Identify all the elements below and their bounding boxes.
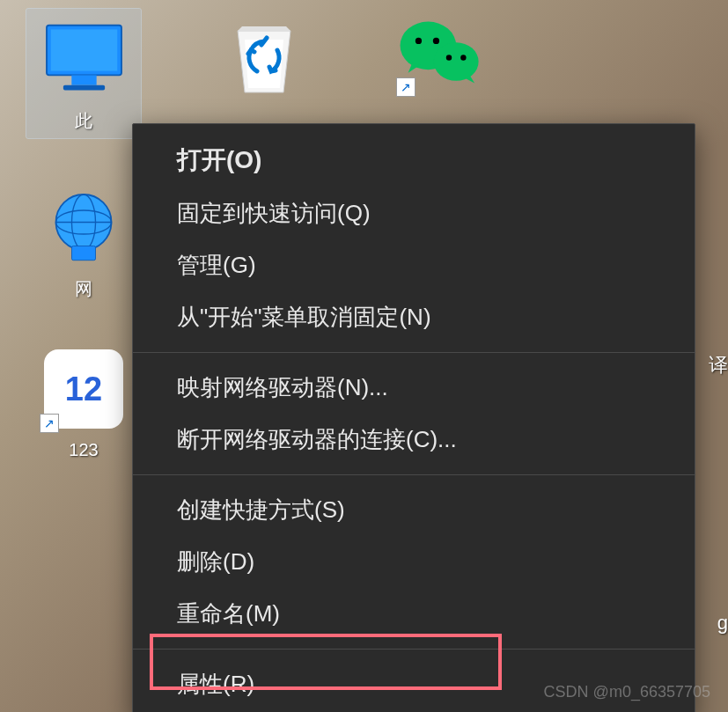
menu-rename[interactable]: 重命名(M) <box>133 588 695 640</box>
menu-separator <box>133 352 695 353</box>
svg-point-11 <box>433 37 439 43</box>
app-123-label: 123 <box>69 440 98 460</box>
wechat-icon[interactable]: ↗ <box>396 9 484 97</box>
network-label: 网 <box>75 277 92 301</box>
monitor-icon <box>40 14 128 102</box>
wechat-graphic: ↗ <box>396 9 484 97</box>
menu-manage[interactable]: 管理(G) <box>133 239 695 291</box>
menu-unpin-start[interactable]: 从"开始"菜单取消固定(N) <box>133 291 695 343</box>
menu-create-shortcut[interactable]: 创建快捷方式(S) <box>133 484 695 536</box>
recycle-bin-icon[interactable] <box>220 9 308 97</box>
menu-map-network-drive[interactable]: 映射网络驱动器(N)... <box>133 362 695 414</box>
this-pc-icon[interactable]: 此 <box>26 9 141 138</box>
svg-rect-8 <box>72 246 96 261</box>
shortcut-arrow-icon: ↗ <box>396 77 415 97</box>
menu-delete[interactable]: 删除(D) <box>133 536 695 588</box>
recycle-bin-graphic <box>220 9 308 97</box>
shortcut-arrow-icon: ↗ <box>40 414 59 433</box>
globe-icon <box>40 182 128 270</box>
context-menu: 打开(O) 固定到快速访问(Q) 管理(G) 从"开始"菜单取消固定(N) 映射… <box>132 123 695 712</box>
menu-pin-quick-access[interactable]: 固定到快速访问(Q) <box>133 187 695 239</box>
menu-separator <box>133 474 695 475</box>
menu-separator <box>133 649 695 650</box>
app-123-box: 12 ↗ <box>40 345 128 433</box>
svg-rect-3 <box>63 84 104 90</box>
menu-disconnect-network-drive[interactable]: 断开网络驱动器的连接(C)... <box>133 414 695 466</box>
svg-point-13 <box>446 55 452 60</box>
desktop-icon-column: 此 网 12 ↗ 123 <box>26 9 141 460</box>
svg-point-14 <box>460 55 466 60</box>
svg-point-10 <box>415 37 422 43</box>
partial-label-right-1: 译 <box>709 352 728 378</box>
watermark: CSDN @m0_66357705 <box>544 683 710 701</box>
svg-rect-2 <box>71 75 96 84</box>
partial-label-right-2: g <box>717 612 728 635</box>
this-pc-label: 此 <box>75 109 92 133</box>
desktop: 此 网 12 ↗ 123 <box>0 0 728 712</box>
app-123-icon[interactable]: 12 ↗ 123 <box>26 345 141 460</box>
svg-point-12 <box>434 42 479 81</box>
svg-rect-1 <box>50 29 117 70</box>
network-icon[interactable]: 网 <box>26 182 141 301</box>
menu-open[interactable]: 打开(O) <box>133 133 695 187</box>
